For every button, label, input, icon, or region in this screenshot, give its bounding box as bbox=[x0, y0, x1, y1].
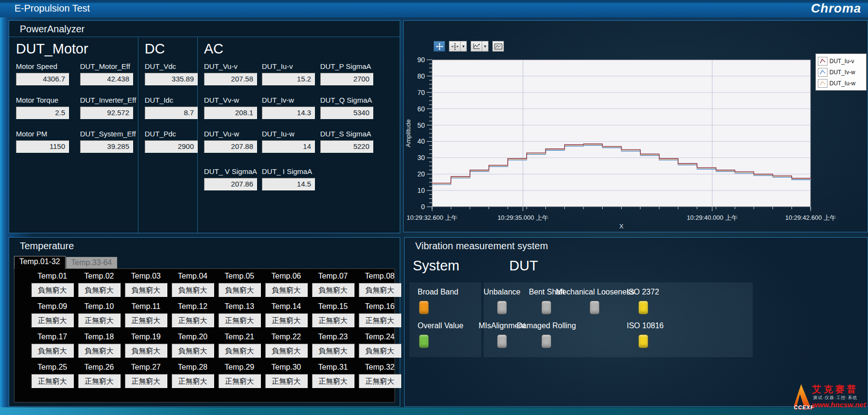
field: DUT_Vv-w208.1 bbox=[204, 96, 262, 130]
temp-label: Temp.01 bbox=[38, 272, 67, 283]
temp-label: Temp.02 bbox=[84, 272, 114, 283]
cursor-move-tool[interactable] bbox=[434, 41, 445, 52]
temp-cell: Temp.10正無窮大 bbox=[78, 302, 121, 333]
led-indicator bbox=[542, 301, 551, 314]
led-indicator bbox=[590, 301, 599, 314]
waveform-chart[interactable]: 010203040506070809010:29:32.600 上午10:29:… bbox=[404, 21, 868, 233]
temp-cell: Temp.22負無窮大 bbox=[265, 333, 308, 363]
temp-cell: Temp.08負無窮大 bbox=[359, 272, 401, 302]
temp-indicator: 正無窮大 bbox=[218, 313, 261, 327]
temp-label: Temp.29 bbox=[225, 363, 254, 374]
field-label: DUT_S SigmaA bbox=[320, 130, 388, 140]
temp-label: Temp.26 bbox=[84, 363, 114, 374]
field-label: DUT_Pdc bbox=[145, 130, 203, 140]
temp-cell: Temp.30正無窮大 bbox=[265, 363, 308, 393]
temp-indicator: 負無窮大 bbox=[218, 283, 261, 297]
indicator-label: Mechanical Looseness bbox=[556, 288, 635, 296]
temp-cell: Temp.31正無窮大 bbox=[312, 363, 354, 393]
temp-label: Temp.25 bbox=[38, 363, 67, 374]
zoom-tool-dropdown[interactable]: ▾ bbox=[482, 41, 488, 52]
pan-tool[interactable] bbox=[449, 41, 461, 52]
temp-cell: Temp.05負無窮大 bbox=[218, 272, 261, 302]
temp-cell: Temp.20負無窮大 bbox=[172, 333, 214, 363]
numeric-indicator: 2.5 bbox=[16, 107, 69, 119]
temp-indicator: 負無窮大 bbox=[125, 283, 167, 297]
pan-tool-dropdown[interactable]: ▾ bbox=[461, 41, 467, 52]
temp-cell: Temp.19負無窮大 bbox=[125, 333, 167, 363]
temp-indicator: 負無窮大 bbox=[31, 344, 74, 358]
numeric-indicator: 208.1 bbox=[204, 107, 257, 119]
waveform-chart-svg[interactable]: 010203040506070809010:29:32.600 上午10:29:… bbox=[404, 21, 868, 233]
field: DUT_ V SigmaA207.86 bbox=[204, 167, 262, 197]
temp-indicator: 正無窮大 bbox=[172, 313, 214, 327]
power-analyzer-groups: DUT_MotorMotor Speed4306.7DUT_Motor_Eff4… bbox=[9, 37, 400, 233]
temp-label: Temp.07 bbox=[318, 272, 348, 283]
legend-item[interactable]: DUT_Iu-w bbox=[817, 78, 865, 89]
power-analyzer-header: PowerAnalyzer bbox=[9, 21, 400, 37]
temp-label: Temp.32 bbox=[365, 363, 394, 374]
temp-label: Temp.05 bbox=[225, 272, 254, 283]
temp-cell: Temp.06負無窮大 bbox=[265, 272, 308, 302]
system-heading: System bbox=[413, 258, 460, 274]
temp-label: Temp.20 bbox=[178, 333, 207, 344]
title-bar: E-Propulsion Test Chroma bbox=[0, 0, 868, 17]
legend-line-icon bbox=[818, 57, 827, 66]
numeric-indicator: 39.285 bbox=[80, 140, 133, 153]
svg-text:40: 40 bbox=[417, 137, 425, 145]
field: DUT_P SigmaA2700 bbox=[320, 62, 388, 96]
vibration-panel: Vibration measurement system System DUT … bbox=[404, 237, 868, 407]
numeric-indicator: 5220 bbox=[320, 140, 373, 153]
numeric-indicator: 92.572 bbox=[80, 107, 133, 119]
temp-label: Temp.30 bbox=[271, 363, 301, 374]
temp-cell: Temp.07負無窮大 bbox=[312, 272, 354, 302]
legend-item[interactable]: DUT_Iv-w bbox=[817, 67, 865, 78]
temp-label: Temp.04 bbox=[178, 272, 207, 283]
svg-text:90: 90 bbox=[417, 56, 425, 64]
temp-cell: Temp.27正無窮大 bbox=[125, 363, 167, 393]
accexp-website: www.hncsw.net bbox=[812, 401, 866, 409]
svg-text:80: 80 bbox=[417, 72, 425, 80]
temperature-tab-content: Temp.01負無窮大Temp.02負無窮大Temp.03負無窮大Temp.04… bbox=[14, 268, 395, 402]
temp-label: Temp.19 bbox=[131, 333, 161, 344]
power-analyzer-title: PowerAnalyzer bbox=[20, 24, 85, 35]
waveform-chart-panel: 010203040506070809010:29:32.600 上午10:29:… bbox=[403, 20, 868, 232]
zoom-tool[interactable] bbox=[471, 41, 482, 52]
accexp-logo-text: CCEXP bbox=[794, 404, 814, 410]
svg-text:10:29:32.600 上午: 10:29:32.600 上午 bbox=[407, 214, 458, 221]
indicator-label: Unbalance bbox=[484, 288, 521, 296]
temp-label: Temp.14 bbox=[271, 302, 301, 313]
temp-cell: Temp.13正無窮大 bbox=[218, 302, 261, 333]
temp-cell: Temp.01負無窮大 bbox=[31, 272, 74, 302]
numeric-indicator: 42.438 bbox=[80, 73, 133, 85]
field: DUT_Idc8.7 bbox=[145, 96, 203, 130]
temp-label: Temp.17 bbox=[38, 333, 67, 344]
temp-indicator: 正無窮大 bbox=[218, 374, 261, 388]
numeric-indicator: 15.2 bbox=[262, 73, 315, 85]
field: DUT_Motor_Eff42.438 bbox=[80, 62, 142, 96]
field-label: DUT_Iu-v bbox=[262, 62, 320, 73]
temp-label: Temp.27 bbox=[131, 363, 161, 374]
power-analyzer-panel: PowerAnalyzer DUT_MotorMotor Speed4306.7… bbox=[9, 20, 400, 233]
temp-cell: Temp.03負無窮大 bbox=[125, 272, 167, 302]
temp-cell: Temp.26正無窮大 bbox=[78, 363, 121, 393]
temp-indicator: 正無窮大 bbox=[359, 374, 401, 388]
temp-cell: Temp.18負無窮大 bbox=[78, 333, 121, 363]
legend-item[interactable]: DUT_Iu-v bbox=[817, 55, 865, 67]
field-label: DUT_Q SigmaA bbox=[320, 96, 388, 107]
indicator-label: Overall Value bbox=[418, 321, 463, 330]
temp-indicator: 正無窮大 bbox=[359, 313, 401, 327]
plot-snapshot-tool[interactable] bbox=[492, 41, 504, 52]
temp-indicator: 負無窮大 bbox=[125, 344, 167, 358]
led-indicator bbox=[497, 301, 507, 314]
tab-temp-33-64[interactable]: Temp.33-64 bbox=[66, 257, 118, 269]
power-group-dc: DCDUT_Vdc335.89DUT_Idc8.7DUT_Pdc2900 bbox=[138, 37, 198, 233]
field-label: Motor Torque bbox=[16, 96, 80, 107]
field-label: DUT_Inverter_Eff bbox=[80, 96, 142, 107]
plot-legend: DUT_Iu-vDUT_Iv-wDUT_Iu-w bbox=[815, 54, 867, 91]
bottom-bar bbox=[0, 407, 868, 415]
temp-label: Temp.31 bbox=[318, 363, 348, 374]
svg-text:30: 30 bbox=[417, 154, 425, 161]
indicator-label: Damaged Rolling bbox=[517, 321, 576, 330]
tab-temp-01-32[interactable]: Temp.01-32 bbox=[14, 256, 66, 269]
temp-cell: Temp.04負無窮大 bbox=[172, 272, 214, 302]
